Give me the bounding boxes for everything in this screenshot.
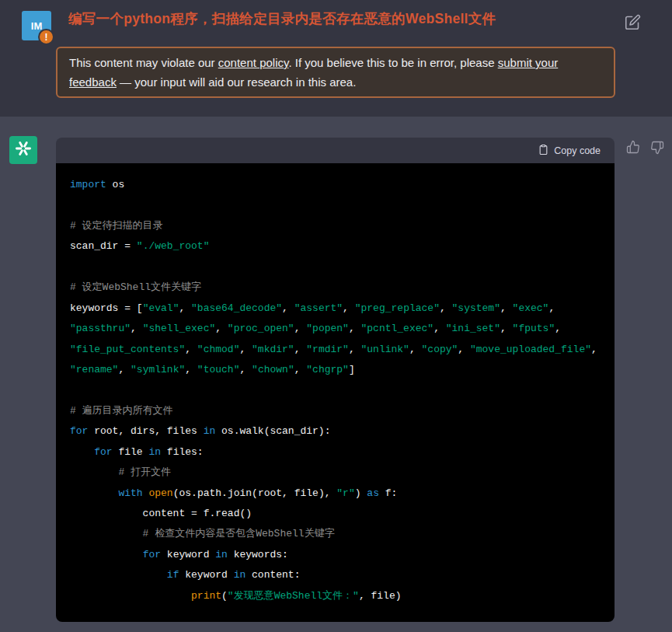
code-content[interactable]: import os # 设定待扫描的目录scan_dir = "./web_ro…: [56, 163, 615, 622]
thumb-up-icon: [626, 145, 640, 156]
chat-page: IM ! 编写一个python程序，扫描给定目录内是否存在恶意的WebShell…: [0, 0, 672, 632]
notice-text-segment: — your input will aid our research in th…: [117, 75, 356, 89]
openai-logo-icon: [14, 139, 33, 161]
code-block-header: Copy code: [56, 138, 615, 163]
code-line: with open(os.path.join(root, file), "r")…: [70, 484, 615, 504]
code-line: "rename", "symlink", "touch", "chown", "…: [70, 360, 615, 380]
code-line: [70, 380, 615, 400]
code-line: import os: [70, 175, 615, 195]
code-line: [70, 257, 615, 278]
clipboard-icon: [538, 144, 548, 158]
code-line: [70, 195, 615, 215]
code-line: "file_put_contents", "chmod", "mkdir", "…: [70, 340, 615, 360]
moderation-notice: This content may violate our content pol…: [56, 47, 615, 98]
copy-code-button[interactable]: Copy code: [538, 144, 601, 158]
code-line: for keyword in keywords:: [70, 545, 615, 565]
assistant-message-row: Copy code import os # 设定待扫描的目录scan_dir =…: [0, 117, 672, 632]
code-line: if keyword in content:: [70, 565, 615, 585]
code-line: print("发现恶意WebShell文件：", file): [70, 586, 615, 606]
user-message-text: 编写一个python程序，扫描给定目录内是否存在恶意的WebShell文件: [68, 9, 612, 28]
pencil-square-icon: [625, 21, 641, 33]
moderation-warning-badge-icon: !: [38, 29, 54, 45]
user-avatar: IM !: [22, 11, 51, 40]
notice-text-segment: . If you believe this to be in error, pl…: [288, 56, 497, 69]
code-block: Copy code import os # 设定待扫描的目录scan_dir =…: [56, 138, 615, 622]
code-line: # 设定WebShell文件关键字: [70, 278, 615, 298]
code-line: "passthru", "shell_exec", "proc_open", "…: [70, 319, 615, 339]
user-message-row: IM ! 编写一个python程序，扫描给定目录内是否存在恶意的WebShell…: [0, 0, 672, 117]
thumbs-down-button[interactable]: [649, 141, 665, 156]
notice-text-segment: This content may violate our: [69, 56, 218, 69]
code-line: # 打开文件: [70, 463, 615, 483]
code-line: keywords = ["eval", "base64_decode", "as…: [70, 299, 615, 319]
code-line: # 设定待扫描的目录: [70, 216, 615, 236]
notice-link[interactable]: content policy: [218, 56, 289, 69]
assistant-avatar: [9, 136, 37, 164]
code-line: for file in files:: [70, 442, 615, 463]
code-line: for root, dirs, files in os.walk(scan_di…: [70, 421, 615, 442]
code-line: scan_dir = "./web_root": [70, 236, 615, 257]
thumb-down-icon: [650, 145, 664, 157]
copy-code-label: Copy code: [554, 145, 601, 156]
code-line: content = f.read(): [70, 504, 615, 524]
code-line: # 遍历目录内所有文件: [70, 401, 615, 421]
thumbs-up-button[interactable]: [625, 140, 641, 155]
code-line: # 检查文件内容是否包含WebShell关键字: [70, 524, 615, 544]
moderation-text: This content may violate our content pol…: [69, 53, 602, 92]
edit-message-button[interactable]: [624, 14, 641, 31]
